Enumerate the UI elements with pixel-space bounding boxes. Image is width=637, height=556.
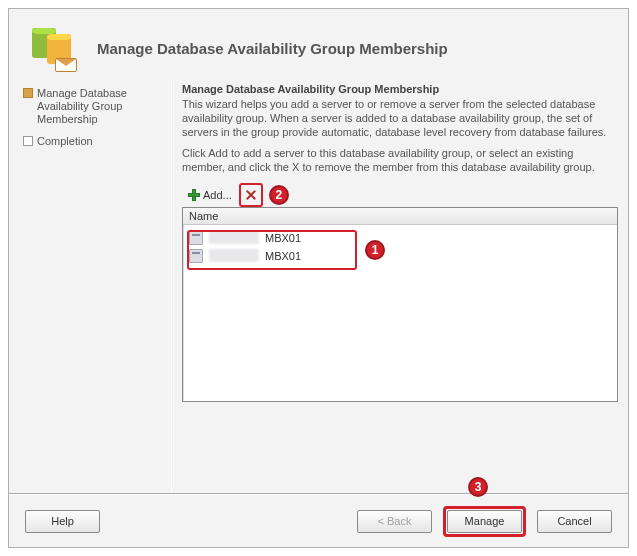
step-marker-icon — [23, 136, 33, 146]
server-name: MBX01 — [265, 250, 301, 262]
add-button[interactable]: Add... — [182, 186, 237, 204]
step-marker-icon — [23, 88, 33, 98]
section-description: This wizard helps you add a server to or… — [182, 98, 618, 139]
callout-badge-3: 3 — [468, 477, 488, 497]
wizard-steps-sidebar: Manage Database Availability Group Membe… — [23, 79, 165, 493]
sidebar-item-label: Manage Database Availability Group Membe… — [37, 87, 165, 127]
remove-button[interactable] — [242, 186, 260, 204]
callout-3-wrapper: 3 Manage — [440, 503, 529, 540]
back-button[interactable]: < Back — [357, 510, 432, 533]
redacted-text — [209, 249, 259, 262]
sidebar-item-membership[interactable]: Manage Database Availability Group Membe… — [23, 85, 165, 129]
wizard-window: Manage Database Availability Group Membe… — [8, 8, 629, 548]
manage-button[interactable]: Manage — [447, 510, 522, 533]
callout-badge-2: 2 — [269, 185, 289, 205]
section-instruction: Click Add to add a server to this databa… — [182, 147, 618, 175]
help-button[interactable]: Help — [25, 510, 100, 533]
server-icon — [189, 249, 203, 263]
vertical-divider — [171, 79, 172, 493]
sidebar-item-label: Completion — [37, 135, 93, 148]
server-icon — [189, 231, 203, 245]
wizard-footer: Help < Back 3 Manage Cancel — [9, 493, 628, 547]
redacted-text — [209, 231, 259, 244]
x-icon — [244, 188, 258, 202]
main-panel: Manage Database Availability Group Membe… — [182, 79, 618, 493]
list-item[interactable]: MBX01 — [189, 247, 611, 265]
list-toolbar: Add... 2 — [182, 183, 618, 207]
sidebar-item-completion[interactable]: Completion — [23, 133, 165, 150]
plus-icon — [187, 188, 201, 202]
add-button-label: Add... — [203, 189, 232, 201]
members-listbox[interactable]: Name MBX01 MBX01 1 — [182, 207, 618, 402]
page-title: Manage Database Availability Group Membe… — [97, 40, 448, 57]
header: Manage Database Availability Group Membe… — [9, 9, 628, 79]
app-logo-icon — [29, 24, 77, 72]
cancel-button[interactable]: Cancel — [537, 510, 612, 533]
section-subtitle: Manage Database Availability Group Membe… — [182, 83, 618, 95]
list-item[interactable]: MBX01 — [189, 229, 611, 247]
callout-badge-1: 1 — [365, 240, 385, 260]
list-column-header[interactable]: Name — [183, 208, 617, 225]
server-name: MBX01 — [265, 232, 301, 244]
